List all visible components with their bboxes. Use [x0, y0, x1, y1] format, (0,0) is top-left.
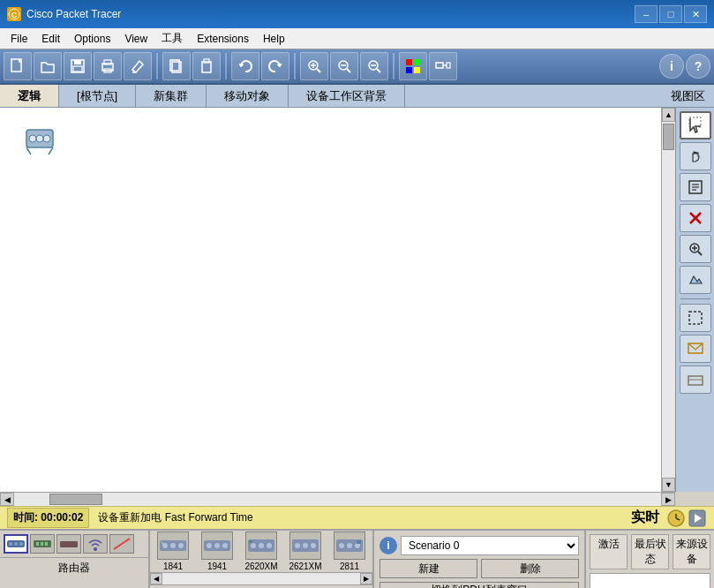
svg-rect-25	[414, 59, 420, 65]
minimize-button[interactable]: –	[635, 5, 658, 23]
device-label-1841: 1841	[163, 562, 183, 571]
last-status-label: 最后状态	[631, 534, 669, 569]
menu-item-edit[interactable]: Edit	[34, 31, 67, 47]
help-button[interactable]: ?	[686, 54, 710, 79]
menu-item-extensions[interactable]: Extensions	[190, 31, 256, 47]
category-routers[interactable]	[4, 534, 28, 554]
horizontal-scrollbar[interactable]: ◀ ▶	[0, 492, 675, 506]
print-button[interactable]	[94, 52, 122, 80]
menu-item-options[interactable]: Options	[67, 31, 117, 47]
svg-rect-63	[41, 542, 43, 546]
app-title: Cisco Packet Tracer	[26, 8, 635, 20]
bottom-panel: 路由器 1841 1941 2620XM	[0, 529, 714, 588]
svg-point-66	[94, 547, 97, 551]
open-button[interactable]	[34, 52, 62, 80]
workspace-canvas[interactable]	[0, 108, 661, 492]
scroll-track[interactable]	[662, 122, 675, 478]
undo-button[interactable]	[231, 52, 259, 80]
dashed-select-button[interactable]	[680, 304, 711, 332]
select-tool-button[interactable]	[680, 111, 711, 139]
nav-workspace-bg[interactable]: 设备工作区背景	[289, 85, 405, 107]
edit-button[interactable]	[124, 52, 152, 80]
info-button[interactable]: i	[659, 54, 684, 79]
device-scroll-left[interactable]: ◀	[150, 573, 162, 584]
svg-rect-24	[406, 59, 412, 65]
titlebar: C Cisco Packet Tracer – □ ✕	[0, 0, 714, 28]
close-button[interactable]: ✕	[684, 5, 707, 23]
hscroll-thumb[interactable]	[49, 494, 102, 505]
pdu-list-button[interactable]: 切换到PDU列表窗口	[380, 582, 579, 588]
delete-tool-button[interactable]	[680, 204, 711, 232]
device-2621xm[interactable]: 2621XM	[286, 531, 325, 571]
svg-rect-48	[689, 312, 702, 324]
source-device-label: 来源设备	[673, 534, 710, 569]
new-button[interactable]	[4, 52, 32, 80]
svg-rect-4	[74, 60, 81, 64]
scroll-right-button[interactable]: ▶	[661, 493, 675, 506]
message-button[interactable]	[680, 335, 711, 363]
menu-item-help[interactable]: Help	[256, 31, 292, 47]
hand-tool-button[interactable]	[680, 142, 711, 170]
device-icon-2620xm	[245, 531, 277, 560]
zoom-in-button[interactable]	[300, 52, 328, 80]
scroll-thumb[interactable]	[663, 124, 674, 150]
vertical-scrollbar[interactable]: ▲ ▼	[661, 108, 675, 492]
category-wireless[interactable]	[83, 534, 108, 554]
network-button[interactable]	[429, 52, 457, 80]
delete-scenario-button[interactable]: 删除	[481, 559, 579, 578]
svg-point-75	[214, 543, 220, 548]
copy-button[interactable]	[162, 52, 191, 80]
device-label-2811: 2811	[340, 562, 359, 571]
palette-button[interactable]	[399, 52, 427, 80]
redo-button[interactable]	[261, 52, 289, 80]
svg-point-84	[303, 543, 308, 548]
paste-button[interactable]	[192, 52, 221, 80]
topology-node[interactable]	[18, 121, 62, 165]
device-icon-2621xm	[289, 531, 321, 560]
svg-point-76	[222, 543, 228, 548]
svg-point-83	[295, 543, 300, 548]
device-1941[interactable]: 1941	[198, 531, 237, 571]
zoom-tool-button[interactable]	[680, 235, 711, 263]
pdu-tool-button[interactable]	[680, 366, 711, 394]
time-display: 时间: 00:00:02	[7, 508, 89, 528]
realtime-icon	[666, 509, 686, 528]
device-scroll-track[interactable]	[162, 573, 360, 584]
device-2620xm[interactable]: 2620XM	[242, 531, 281, 571]
device-icon-2811	[334, 531, 365, 560]
draw-tool-button[interactable]	[680, 266, 711, 294]
nav-root-node[interactable]: [根节点]	[59, 85, 136, 107]
maximize-button[interactable]: □	[659, 5, 682, 23]
zoom-out-button[interactable]	[360, 52, 388, 80]
svg-point-59	[14, 542, 18, 546]
simulation-icon	[688, 509, 707, 528]
svg-rect-28	[436, 63, 443, 68]
device-1841[interactable]: 1841	[154, 531, 192, 571]
device-category-panel: 路由器	[0, 531, 150, 588]
menu-item-view[interactable]: View	[117, 31, 154, 47]
zoom-fit-button[interactable]	[330, 52, 358, 80]
nav-viewport[interactable]: 视图区	[405, 85, 714, 107]
scroll-left-button[interactable]: ◀	[0, 493, 14, 506]
hscroll-track[interactable]	[14, 493, 661, 506]
scenario-select[interactable]: Scenario 0	[401, 536, 579, 555]
category-switches[interactable]	[30, 534, 55, 554]
menu-item-[interactable]: 工具	[154, 29, 190, 48]
svg-line-15	[317, 69, 320, 72]
scroll-up-button[interactable]: ▲	[662, 108, 675, 122]
svg-rect-72	[162, 542, 163, 544]
device-scroll-right[interactable]: ▶	[360, 573, 372, 584]
note-tool-button[interactable]	[680, 173, 711, 201]
save-button[interactable]	[64, 52, 92, 80]
device-scrollbar[interactable]: ◀ ▶	[150, 572, 372, 584]
menu-item-file[interactable]: File	[4, 31, 34, 47]
svg-point-71	[178, 543, 184, 548]
category-hubs[interactable]	[56, 534, 81, 554]
nav-logical[interactable]: 逻辑	[0, 85, 59, 107]
new-scenario-button[interactable]: 新建	[380, 559, 477, 578]
scroll-down-button[interactable]: ▼	[662, 478, 675, 492]
device-2811[interactable]: 2811	[330, 531, 369, 571]
nav-new-cluster[interactable]: 新集群	[136, 85, 207, 107]
nav-move-object[interactable]: 移动对象	[207, 85, 289, 107]
category-connections[interactable]	[109, 534, 134, 554]
